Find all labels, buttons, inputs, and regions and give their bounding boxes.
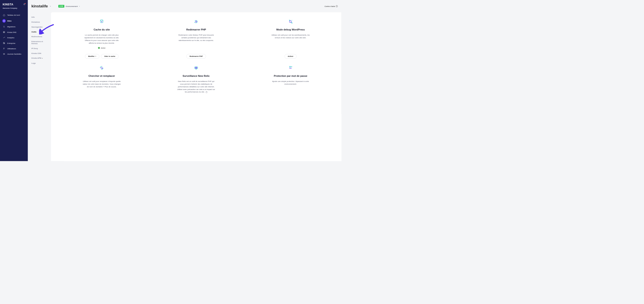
clear-cache-button[interactable]: Vider le cache xyxy=(101,54,118,59)
annotation-arrow-icon xyxy=(51,24,54,35)
nav-label: Tableau de bord xyxy=(7,14,20,16)
help-center-link[interactable]: Centre d'aide ? xyxy=(324,5,338,7)
chevron-down-icon: ▾ xyxy=(79,5,80,7)
dns-icon xyxy=(3,31,6,34)
subnav-redirects[interactable]: Redirections xyxy=(28,34,51,39)
subnav-cdn[interactable]: Kinsta CDN xyxy=(28,51,51,56)
info-icon[interactable]: ? xyxy=(206,91,208,93)
tool-title: Cache du site xyxy=(94,28,110,31)
nav-label: Utilisateurs xyxy=(7,48,16,50)
layers-icon xyxy=(2,19,6,23)
tool-title: Chercher et remplacer xyxy=(88,75,115,78)
monitoring-icon xyxy=(194,65,198,71)
svg-point-15 xyxy=(289,66,290,67)
nav-label: Migrations xyxy=(7,26,16,28)
desc-text: New Relic est un outil de surveillance P… xyxy=(177,80,215,93)
restart-icon xyxy=(194,18,198,25)
subnav-apm[interactable]: Kinsta APM ▴ xyxy=(28,56,51,61)
analytics-icon xyxy=(3,36,6,39)
svg-rect-5 xyxy=(4,43,5,44)
svg-point-14 xyxy=(196,67,196,68)
subnav-backups[interactable]: Sauvegardes xyxy=(28,25,51,29)
tool-desc: Ajoute une simple protection .htpasswd à… xyxy=(271,80,310,85)
page-header: kinstalife ▾ LIVE Environnement ▾ Centre… xyxy=(28,0,342,12)
nav-activity[interactable]: Journal d'activités xyxy=(0,51,28,56)
nav-label: Entreprise xyxy=(7,42,15,44)
chevron-down-icon: ▾ xyxy=(50,5,51,7)
tool-desc: Redémarrer votre Moteur PHP peut résoudr… xyxy=(177,34,216,42)
tool-debug: Mode debug WordPress Utilisez cet outil … xyxy=(243,18,338,59)
subnav-ipdeny[interactable]: IP Deny xyxy=(28,46,51,51)
company-name[interactable]: Awesome Company xyxy=(0,7,28,13)
live-badge: LIVE xyxy=(58,5,64,8)
company-icon xyxy=(3,42,6,45)
tool-title: Protection par mot de passe xyxy=(274,75,308,78)
main-sidebar: KINSTA Awesome Company Tableau de bord S… xyxy=(0,0,28,161)
home-icon xyxy=(3,14,6,17)
tool-password: *** Protection par mot de passe Ajoute u… xyxy=(243,65,338,93)
svg-text:***: *** xyxy=(289,67,292,70)
nav-label: Kinsta DNS xyxy=(7,31,16,33)
tool-desc: Utilisez cet outil pour remplacer n'impo… xyxy=(82,80,121,88)
apm-badge-icon: ▴ xyxy=(42,57,43,59)
enable-debug-button[interactable]: Activer xyxy=(284,54,296,59)
svg-point-11 xyxy=(291,22,292,23)
nav-analytics[interactable]: Analytics xyxy=(0,35,28,40)
svg-point-7 xyxy=(4,54,4,54)
tool-desc: Le cache permet de charger votre site pl… xyxy=(82,34,121,45)
tool-desc: New Relic est un outil de surveillance P… xyxy=(177,80,216,93)
check-icon: ✓ xyxy=(98,47,100,49)
subnav-apm-label: Kinsta APM xyxy=(31,57,41,59)
nav-company[interactable]: Entreprise xyxy=(0,41,28,46)
brand-logo: KINSTA xyxy=(3,3,14,6)
tool-search-replace: Chercher et remplacer Utilisez cet outil… xyxy=(54,65,149,93)
users-icon xyxy=(3,47,6,50)
svg-point-6 xyxy=(4,48,4,48)
migrate-icon xyxy=(3,25,6,28)
subnav-logs[interactable]: Logs xyxy=(28,61,51,66)
svg-point-8 xyxy=(100,20,103,21)
nav-users[interactable]: Utilisateurs xyxy=(0,46,28,51)
nav-dns[interactable]: Kinsta DNS xyxy=(0,30,28,35)
environment-selector[interactable]: LIVE Environnement ▾ xyxy=(58,5,80,8)
help-label: Centre d'aide xyxy=(324,5,335,7)
tool-desc: Utilisez cet outil pour voir les avertis… xyxy=(271,34,310,39)
subnav-info[interactable]: Info xyxy=(28,15,51,20)
svg-point-12 xyxy=(101,67,102,69)
subnav-plugins[interactable]: Extensions et thèmes xyxy=(28,39,51,46)
tool-title: Mode debug WordPress xyxy=(276,28,305,31)
brand-text: KINSTA xyxy=(3,3,14,6)
activity-icon xyxy=(3,53,6,56)
chevron-down-icon: ▾ xyxy=(96,56,96,57)
site-selector[interactable]: kinstalife ▾ xyxy=(31,4,50,9)
btn-label: Modifier xyxy=(88,56,94,57)
status-label: Activé xyxy=(101,47,105,49)
tool-newrelic: Surveillance New Relic New Relic est un … xyxy=(149,65,243,93)
tool-title: Surveillance New Relic xyxy=(183,75,210,78)
site-name-text: kinstalife xyxy=(31,4,48,9)
subnav-domains[interactable]: Domaines xyxy=(28,20,51,25)
help-icon: ? xyxy=(336,5,338,7)
modify-cache-button[interactable]: Modifier▾ xyxy=(85,54,99,59)
svg-point-10 xyxy=(290,21,291,23)
nav-label: Sites xyxy=(7,20,12,22)
nav-sites[interactable]: Sites xyxy=(0,18,28,24)
password-icon: *** xyxy=(288,65,293,71)
nav-dashboard[interactable]: Tableau de bord xyxy=(0,13,28,18)
environment-label: Environnement xyxy=(66,5,78,7)
cache-icon xyxy=(99,18,104,25)
tool-cache: Cache du site Le cache permet de charger… xyxy=(54,18,149,59)
notifications-bell-icon[interactable] xyxy=(23,3,25,6)
subnav-tools[interactable]: Outils xyxy=(28,29,51,34)
tool-title: Redémarrer PHP xyxy=(186,28,206,31)
tools-panel: Cache du site Le cache permet de charger… xyxy=(51,12,341,161)
main-nav: Tableau de bord Sites Migrations Kinsta … xyxy=(0,13,28,57)
search-replace-icon xyxy=(99,65,104,71)
nav-migrations[interactable]: Migrations xyxy=(0,24,28,29)
tool-restart-php: Redémarrer PHP Redémarrer votre Moteur P… xyxy=(149,18,243,59)
nav-label: Analytics xyxy=(7,37,14,39)
cache-status: ✓ Activé xyxy=(98,47,105,49)
restart-php-button[interactable]: Redémarrer PHP xyxy=(186,54,206,59)
nav-label: Journal d'activités xyxy=(7,53,21,55)
debug-icon xyxy=(288,18,293,25)
